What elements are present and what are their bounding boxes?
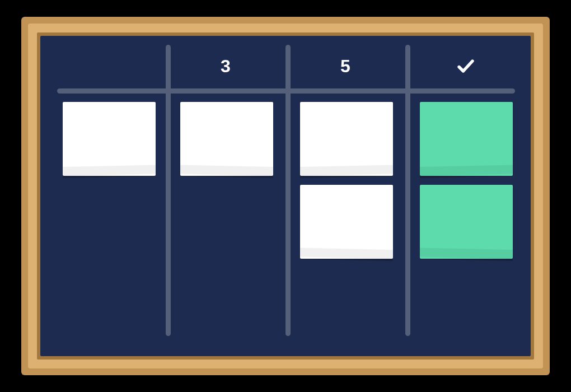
- column-divider: [286, 45, 291, 336]
- kanban-board: 3 5: [40, 36, 531, 356]
- column-divider: [166, 45, 171, 336]
- kanban-card[interactable]: [300, 185, 393, 259]
- check-icon: [456, 56, 476, 76]
- kanban-card[interactable]: [63, 102, 156, 176]
- kanban-card[interactable]: [300, 102, 393, 176]
- kanban-card-done[interactable]: [420, 185, 513, 259]
- column-header: 5: [286, 56, 405, 77]
- kanban-card[interactable]: [180, 102, 273, 176]
- column-header: 3: [166, 56, 286, 77]
- column-divider: [405, 45, 410, 336]
- stage: 3 5: [0, 0, 571, 392]
- kanban-card-done[interactable]: [420, 102, 513, 176]
